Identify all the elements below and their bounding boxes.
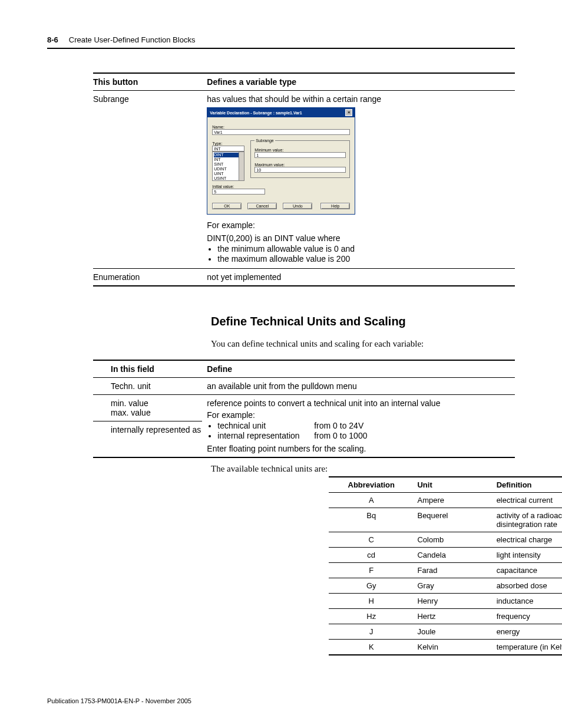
row-field-name: min. value (111, 398, 202, 408)
col-header-abbreviation: Abbreviation (329, 477, 414, 493)
example-bullet: the maximum allowable value is 200 (217, 254, 510, 263)
list-item[interactable]: INT (214, 157, 220, 162)
unit-name: Gray (414, 578, 492, 594)
row-field-name: max. value (111, 408, 202, 417)
unit-abbr: K (329, 640, 414, 655)
unit-def: capacitance (493, 563, 562, 578)
unit-abbr: J (329, 624, 414, 640)
variable-type-table: This button Defines a variable type Subr… (93, 73, 515, 286)
unit-abbr: Bq (329, 508, 414, 532)
unit-abbr: cd (329, 548, 414, 563)
publication-footer: Publication 1753-PM001A-EN-P - November … (47, 697, 191, 704)
unit-def: inductance (493, 594, 562, 609)
scrollbar[interactable] (239, 152, 244, 180)
page-number: 8-6 (47, 35, 58, 44)
unit-def: energy (493, 624, 562, 640)
unit-name: Kelvin (414, 640, 492, 655)
row-definition: has values that should be within a certa… (207, 94, 510, 104)
subrange-legend: Subrange (254, 139, 275, 143)
unit-def: light intensity (493, 548, 562, 563)
table-row: AAmpereelectrical current (329, 493, 562, 508)
table-row: FFaradcapacitance (329, 563, 562, 578)
max-field[interactable]: 10 (254, 167, 346, 173)
example-text: DINT(0,200) is an DINT value where (207, 233, 510, 243)
table-row: JJouleenergy (329, 624, 562, 640)
section-intro: You can define technical units and scali… (211, 339, 515, 349)
col-header-define: Define (207, 360, 515, 378)
unit-def: temperature (in Kelvin) (493, 640, 562, 655)
unit-def: activity of a radioactive source, disint… (493, 508, 562, 532)
example-lead: For example: (207, 410, 510, 420)
chapter-title: Create User-Defined Function Blocks (69, 35, 196, 44)
unit-def: electrical charge (493, 532, 562, 548)
row-button-name: Subrange (93, 91, 207, 269)
unit-name: Henry (414, 594, 492, 609)
row-field-name: internally represented as (111, 425, 202, 434)
row-field-value: reference points to convert a technical … (207, 398, 510, 408)
unit-name: Joule (414, 624, 492, 640)
list-item[interactable]: UDINT (214, 167, 226, 171)
unit-name: Farad (414, 563, 492, 578)
table-row: BqBequerelactivity of a radioactive sour… (329, 508, 562, 532)
unit-name: Ampere (414, 493, 492, 508)
col-header-definition: Definition (493, 477, 562, 493)
row-field-name: Techn. unit (93, 378, 207, 395)
example-lead: For example: (207, 220, 510, 230)
unit-abbr: H (329, 594, 414, 609)
close-icon[interactable]: × (345, 109, 352, 116)
col-header-button: This button (93, 73, 207, 91)
units-table: Abbreviation Unit Definition AAmpereelec… (329, 476, 562, 655)
row-field-value: Enter floating point numbers for the sca… (207, 444, 510, 453)
name-label: Name: (212, 125, 350, 129)
cancel-button[interactable]: Cancel (247, 203, 277, 209)
unit-abbr: C (329, 532, 414, 548)
unit-name: Bequerel (414, 508, 492, 532)
max-label: Maximum value: (254, 163, 346, 167)
unit-name: Colomb (414, 532, 492, 548)
table-row: GyGrayabsorbed dose (329, 578, 562, 594)
ok-button[interactable]: OK (212, 203, 242, 209)
table-row: KKelvintemperature (in Kelvin) (329, 640, 562, 655)
type-label: Type: (212, 141, 244, 146)
unit-abbr: A (329, 493, 414, 508)
page-header: 8-6 Create User-Defined Function Blocks (47, 35, 515, 49)
unit-def: absorbed dose (493, 578, 562, 594)
col-header-unit: Unit (414, 477, 492, 493)
unit-def: frequency (493, 609, 562, 624)
unit-abbr: Gy (329, 578, 414, 594)
table-row: HzHertzfrequency (329, 609, 562, 624)
row-definition: not yet implemented (207, 269, 515, 286)
section-heading: Define Technical Units and Scaling (211, 315, 515, 328)
variable-declaration-dialog: Variable Declaration - Subrange : sample… (207, 107, 355, 215)
table-row: HHenryinductance (329, 594, 562, 609)
init-label: Initial value: (212, 185, 350, 189)
subrange-group: Subrange Minimum value: 1 Maximum value:… (250, 139, 350, 178)
col-header-defines: Defines a variable type (207, 73, 515, 91)
dialog-title: Variable Declaration - Subrange : sample… (210, 111, 302, 115)
col-header-field: In this field (93, 360, 207, 378)
example-bullet: the minimum allowable value is 0 and (217, 244, 510, 253)
row-field-value: an available unit from the pulldown menu (207, 378, 515, 395)
fields-table: In this field Define Techn. unit an avai… (93, 360, 515, 458)
example-bullet: technical unit from 0 to 24V (217, 421, 510, 430)
init-field[interactable]: 5 (212, 189, 265, 195)
min-label: Minimum value: (254, 148, 346, 152)
name-field[interactable]: Var1 (212, 129, 350, 135)
units-intro: The available technical units are: (211, 464, 515, 474)
unit-name: Hertz (414, 609, 492, 624)
unit-abbr: F (329, 563, 414, 578)
unit-name: Candela (414, 548, 492, 563)
list-item[interactable]: SINT (214, 162, 223, 166)
list-item[interactable]: USINT (214, 176, 226, 180)
type-list[interactable]: DINT INT SINT UDINT UINT USINT (212, 151, 244, 181)
help-button[interactable]: Help (320, 203, 350, 209)
unit-abbr: Hz (329, 609, 414, 624)
min-field[interactable]: 1 (254, 152, 346, 158)
type-field[interactable]: INT (212, 146, 244, 151)
unit-def: electrical current (493, 493, 562, 508)
list-item[interactable]: UINT (214, 172, 223, 176)
example-bullet: internal representation from 0 to 1000 (217, 431, 510, 440)
table-row: CColombelectrical charge (329, 532, 562, 548)
table-row: cdCandelalight intensity (329, 548, 562, 563)
undo-button[interactable]: Undo (283, 203, 312, 209)
